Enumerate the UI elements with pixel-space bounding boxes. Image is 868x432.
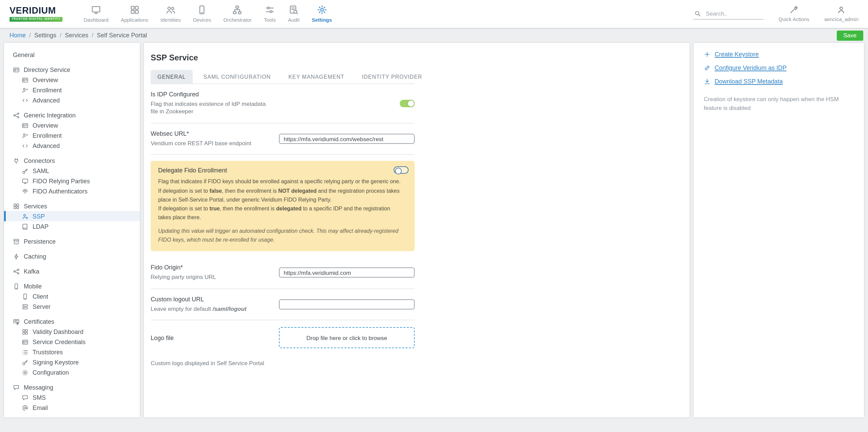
websec-url-input[interactable]	[279, 134, 415, 144]
action-link-create-keystore[interactable]: Create Keystore	[704, 51, 854, 58]
sidebar-item-general[interactable]: General	[4, 50, 140, 60]
sidebar-item-generic-integration[interactable]: Generic Integration	[4, 110, 140, 120]
tab-general[interactable]: GENERAL	[151, 70, 192, 83]
is-idp-desc: Flag that indicates existence of IdP met…	[151, 100, 272, 116]
tab-key-management[interactable]: KEY MANAGEMENT	[282, 70, 351, 83]
sidebar-item-email[interactable]: Email	[4, 402, 140, 413]
fido-origin-label: Fido Origin*	[151, 264, 272, 271]
fido-origin-input[interactable]	[279, 268, 415, 278]
nav-item-dashboard[interactable]: Dashboard	[78, 5, 115, 23]
search-input[interactable]	[704, 10, 762, 18]
sidebar-item-validity-dashboard[interactable]: Validity Dashboard	[4, 326, 140, 337]
quick-actions-label: Quick Actions	[778, 16, 809, 22]
delegate-fido-label: Delegate Fido Enrollment	[158, 167, 407, 174]
sidebar-item-client[interactable]: Client	[4, 291, 140, 301]
person-check-icon	[22, 132, 29, 139]
sidebar-item-directory-service[interactable]: Directory Service	[4, 64, 140, 75]
sidebar-item-label: Service Credentials	[33, 338, 86, 345]
custom-logout-input[interactable]	[279, 299, 415, 309]
link-icon	[704, 64, 711, 71]
sidebar-item-mobile[interactable]: Mobile	[4, 281, 140, 291]
archive-icon	[13, 238, 20, 245]
sidebar-item-enrollment[interactable]: Enrollment	[4, 85, 140, 95]
sidebar-item-truststores[interactable]: Truststores	[4, 347, 140, 357]
nav-item-applications[interactable]: Applications	[115, 5, 154, 23]
sidebar-item-ldap[interactable]: LDAP	[4, 221, 140, 231]
breadcrumb-item-settings[interactable]: Settings	[34, 32, 56, 39]
action-link-download-ssp-metadata[interactable]: Download SSP Metadata	[704, 78, 854, 85]
sidebar-item-ssp[interactable]: SSP	[4, 211, 140, 221]
field-row-is-idp-configured: Is IDP Configured Flag that indicates ex…	[151, 84, 415, 124]
sidebar-item-connectors[interactable]: Connectors	[4, 155, 140, 166]
sidebar-item-label: General	[13, 51, 35, 58]
sidebar-item-saml[interactable]: SAML	[4, 166, 140, 176]
sidebar-item-overview[interactable]: Overview	[4, 120, 140, 130]
field-row-websec-url: Websec URL* Veridium core REST API base …	[151, 124, 415, 155]
sidebar-item-enrollment[interactable]: Enrollment	[4, 130, 140, 140]
nav-item-audit[interactable]: Audit	[282, 5, 306, 23]
logo-dropzone[interactable]: Drop file here or click to browse	[279, 327, 415, 348]
nav-item-tools[interactable]: Tools	[258, 5, 282, 23]
tab-identity-provider[interactable]: IDENTITY PROVIDER	[355, 70, 429, 83]
nav-item-label: Identities	[161, 17, 181, 23]
save-button[interactable]: Save	[836, 30, 863, 40]
veridium-logo[interactable]: VERIDIUM TRUSTED DIGITAL IDENTITY	[10, 6, 63, 22]
sidebar-item-persistence[interactable]: Persistence	[4, 236, 140, 246]
delegate-fido-toggle[interactable]	[394, 167, 409, 174]
sidebar-item-advanced[interactable]: Advanced	[4, 95, 140, 105]
sidebar-item-configuration[interactable]: Configuration	[4, 367, 140, 377]
sidebar-item-services[interactable]: Services	[4, 201, 140, 211]
ssp-general-form: Is IDP Configured Flag that indicates ex…	[151, 84, 415, 367]
breadcrumb-separator: /	[92, 32, 93, 39]
sidebar-item-fido-authenticators[interactable]: FIDO Authenticators	[4, 186, 140, 196]
nav-item-settings[interactable]: Settings	[306, 5, 338, 23]
logo-wordmark: VERIDIUM	[10, 6, 56, 15]
sidebar-item-overview[interactable]: Overview	[4, 75, 140, 85]
bolt-icon	[13, 253, 20, 260]
sidebar-item-server[interactable]: Server	[4, 301, 140, 312]
nav-item-devices[interactable]: Devices	[187, 5, 217, 23]
sidebar-item-signing-keystore[interactable]: Signing Keystore	[4, 357, 140, 367]
nav-item-label: Devices	[193, 17, 211, 23]
nav-item-label: Orchestrator	[223, 17, 251, 23]
sidebar-item-label: Enrollment	[33, 87, 62, 93]
list-icon	[22, 349, 29, 355]
phone-icon	[197, 5, 207, 15]
sidebar-item-label: Certificates	[24, 318, 54, 325]
sidebar-item-service-credentials[interactable]: Service Credentials	[4, 337, 140, 347]
breadcrumb-item-home[interactable]: Home	[10, 32, 26, 39]
is-idp-toggle[interactable]	[400, 100, 415, 107]
websec-url-desc: Veridium core REST API base endpoint	[151, 140, 272, 148]
sidebar-item-advanced[interactable]: Advanced	[4, 140, 140, 151]
breadcrumb-item-services[interactable]: Services	[65, 32, 88, 39]
tab-saml-configuration[interactable]: SAML CONFIGURATION	[196, 70, 277, 83]
sidebar-item-label: FIDO Relying Parties	[33, 177, 90, 184]
plug-icon	[13, 157, 20, 164]
sidebar-item-label: Caching	[24, 253, 46, 260]
magic-wand-icon	[790, 5, 798, 14]
nav-item-identities[interactable]: Identities	[154, 5, 187, 23]
sidebar-item-fido-relying-parties[interactable]: FIDO Relying Parties	[4, 176, 140, 186]
breadcrumb-bar: Home/Settings/Services/Self Service Port…	[0, 28, 868, 43]
sidebar-item-label: Generic Integration	[24, 112, 76, 118]
field-row-logo-file: Logo file Drop file here or click to bro…	[151, 320, 415, 355]
sidebar-item-kafka[interactable]: Kafka	[4, 266, 140, 276]
quick-actions-button[interactable]: Quick Actions	[778, 5, 809, 22]
sitemap-icon	[232, 5, 243, 15]
sidebar-item-label: Enrollment	[33, 132, 62, 139]
search-icon	[694, 10, 701, 17]
sidebar-item-messaging[interactable]: Messaging	[4, 382, 140, 392]
sidebar-item-sms[interactable]: SMS	[4, 392, 140, 402]
page-title: SSP Service	[151, 53, 683, 62]
person-check-icon	[22, 87, 29, 93]
fingerprint-icon	[22, 188, 29, 194]
user-menu[interactable]: aencica_admin	[824, 5, 858, 22]
user-label: aencica_admin	[824, 16, 858, 22]
action-link-configure-veridium-as-idp[interactable]: Configure Veridium as IDP	[704, 64, 854, 71]
sidebar-item-caching[interactable]: Caching	[4, 251, 140, 261]
action-link-label: Download SSP Metadata	[715, 78, 783, 85]
phone-icon	[22, 293, 29, 300]
nav-item-orchestrator[interactable]: Orchestrator	[217, 5, 258, 23]
sidebar-item-certificates[interactable]: Certificates	[4, 316, 140, 326]
sidebar-item-label: Configuration	[33, 369, 69, 376]
